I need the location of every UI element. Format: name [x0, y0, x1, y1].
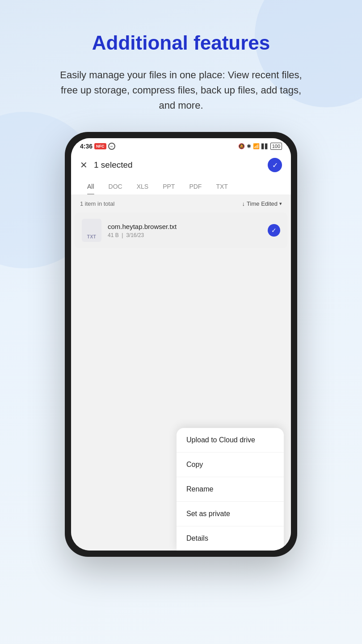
select-all-button[interactable]: ✓: [268, 158, 282, 172]
chevron-down-icon: ▾: [279, 201, 282, 207]
file-count-bar: 1 item in total ↓ Time Edited ▾: [71, 195, 291, 212]
app-icons: 4:36 NFC ∞: [80, 143, 115, 150]
menu-item-rename[interactable]: Rename: [177, 477, 284, 502]
nfc-icon: NFC: [94, 143, 106, 149]
context-menu: Upload to Cloud drive Copy Rename Set as…: [177, 428, 284, 551]
top-action-bar: ✕ 1 selected ✓: [71, 153, 291, 178]
page-content: Additional features Easily manage your f…: [0, 0, 362, 557]
sort-button[interactable]: ↓ Time Edited ▾: [242, 200, 282, 207]
status-bar: 4:36 NFC ∞ 🔕 ✱ 📶 ▋▋ 100: [71, 138, 291, 153]
file-check-icon[interactable]: ✓: [268, 224, 280, 237]
file-name: com.heytap.browser.txt: [108, 223, 261, 230]
tab-ppt[interactable]: PPT: [156, 178, 182, 195]
menu-item-copy[interactable]: Copy: [177, 453, 284, 477]
menu-item-set-private[interactable]: Set as private: [177, 502, 284, 526]
wifi-icon: 📶: [253, 143, 260, 149]
phone-screen: 4:36 NFC ∞ 🔕 ✱ 📶 ▋▋ 100 ✕ 1 selected: [71, 138, 291, 551]
file-date: 3/16/23: [126, 232, 144, 238]
page-subtitle: Easily manage your files in one place: V…: [56, 68, 306, 113]
silent-icon: 🔕: [238, 143, 245, 149]
signal-icon: ▋▋: [261, 144, 269, 149]
tab-all[interactable]: All: [80, 178, 101, 195]
file-icon: TXT: [82, 219, 101, 242]
tab-doc[interactable]: DOC: [101, 178, 130, 195]
top-bar-left: ✕ 1 selected: [80, 160, 133, 170]
file-list-item[interactable]: TXT com.heytap.browser.txt 41 B | 3/16/2…: [75, 212, 287, 248]
selected-count: 1 selected: [94, 160, 133, 170]
file-list-area: 1 item in total ↓ Time Edited ▾ TXT: [71, 195, 291, 551]
file-meta-separator: |: [122, 232, 123, 238]
page-title: Additional features: [92, 31, 270, 55]
tab-bar: All DOC XLS PPT PDF TXT: [71, 178, 291, 195]
close-button[interactable]: ✕: [80, 160, 88, 170]
file-info: com.heytap.browser.txt 41 B | 3/16/23: [108, 223, 261, 238]
file-icon-wrapper: TXT: [82, 219, 101, 242]
bluetooth-icon: ✱: [247, 143, 251, 149]
file-meta: 41 B | 3/16/23: [108, 232, 261, 238]
file-count-text: 1 item in total: [80, 200, 114, 207]
ring-icon: ∞: [108, 143, 115, 150]
file-type-label: TXT: [87, 234, 96, 239]
sort-arrow-icon: ↓: [242, 200, 245, 207]
status-time: 4:36: [80, 143, 93, 150]
tab-xls[interactable]: XLS: [130, 178, 156, 195]
menu-item-details[interactable]: Details: [177, 526, 284, 551]
battery-icon: 100: [270, 143, 282, 150]
tab-txt[interactable]: TXT: [209, 178, 235, 195]
phone-mockup: 4:36 NFC ∞ 🔕 ✱ 📶 ▋▋ 100 ✕ 1 selected: [65, 132, 297, 557]
file-size: 41 B: [108, 232, 119, 238]
status-right-icons: 🔕 ✱ 📶 ▋▋ 100: [238, 143, 282, 150]
tab-pdf[interactable]: PDF: [182, 178, 209, 195]
menu-item-upload[interactable]: Upload to Cloud drive: [177, 428, 284, 453]
sort-label: Time Edited: [247, 200, 278, 207]
